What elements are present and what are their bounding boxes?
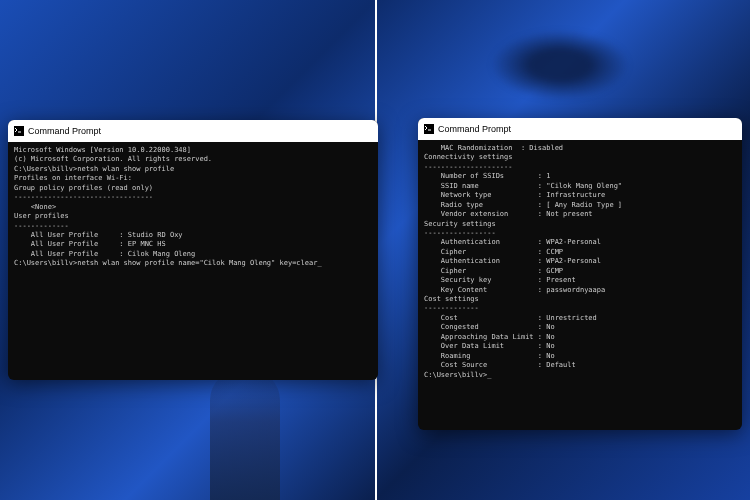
terminal-line: ----------------- <box>424 229 736 238</box>
terminal-line: Radio type : [ Any Radio Type ] <box>424 201 736 210</box>
terminal-line: All User Profile : Cilok Mang Oleng <box>14 250 372 259</box>
terminal-line: Profiles on interface Wi-Fi: <box>14 174 372 183</box>
terminal-line: Authentication : WPA2-Personal <box>424 257 736 266</box>
cmd-icon <box>424 124 434 134</box>
terminal-line: User profiles <box>14 212 372 221</box>
titlebar-right[interactable]: Command Prompt <box>418 118 742 140</box>
terminal-line: Authentication : WPA2-Personal <box>424 238 736 247</box>
terminal-line: Key Content : passwordnyaapa <box>424 286 736 295</box>
command-prompt-window-left[interactable]: Command Prompt Microsoft Windows [Versio… <box>8 120 378 380</box>
cmd-icon <box>14 126 24 136</box>
terminal-line: Number of SSIDs : 1 <box>424 172 736 181</box>
terminal-line: Security key : Present <box>424 276 736 285</box>
terminal-line: Connectivity settings <box>424 153 736 162</box>
terminal-line: C:\Users\billv>_ <box>424 371 736 380</box>
command-prompt-window-right[interactable]: Command Prompt MAC Randomization : Disab… <box>418 118 742 430</box>
terminal-line: Microsoft Windows [Version 10.0.22000.34… <box>14 146 372 155</box>
terminal-line: Cost Source : Default <box>424 361 736 370</box>
terminal-line: Vendor extension : Not present <box>424 210 736 219</box>
terminal-line: C:\Users\billv>netsh wlan show profile <box>14 165 372 174</box>
terminal-line: ------------- <box>14 222 372 231</box>
terminal-line: Over Data Limit : No <box>424 342 736 351</box>
terminal-line: --------------------- <box>424 163 736 172</box>
terminal-output-left[interactable]: Microsoft Windows [Version 10.0.22000.34… <box>8 142 378 273</box>
terminal-line: Security settings <box>424 220 736 229</box>
terminal-line: Network type : Infrastructure <box>424 191 736 200</box>
terminal-line: --------------------------------- <box>14 193 372 202</box>
terminal-line: (c) Microsoft Corporation. All rights re… <box>14 155 372 164</box>
terminal-output-right[interactable]: MAC Randomization : DisabledConnectivity… <box>418 140 742 384</box>
terminal-line: Congested : No <box>424 323 736 332</box>
window-title-left: Command Prompt <box>28 126 101 136</box>
titlebar-left[interactable]: Command Prompt <box>8 120 378 142</box>
terminal-line: <None> <box>14 203 372 212</box>
terminal-line: Group policy profiles (read only) <box>14 184 372 193</box>
window-title-right: Command Prompt <box>438 124 511 134</box>
terminal-line: MAC Randomization : Disabled <box>424 144 736 153</box>
terminal-line: Cost settings <box>424 295 736 304</box>
terminal-line: All User Profile : Studio RD Oxy <box>14 231 372 240</box>
terminal-line: Cipher : CCMP <box>424 248 736 257</box>
terminal-line: Approaching Data Limit : No <box>424 333 736 342</box>
terminal-line: Cost : Unrestricted <box>424 314 736 323</box>
terminal-line: C:\Users\billv>netsh wlan show profile n… <box>14 259 372 268</box>
terminal-line: Cipher : GCMP <box>424 267 736 276</box>
terminal-line: SSID name : "Cilok Mang Oleng" <box>424 182 736 191</box>
terminal-line: All User Profile : EP MNC HS <box>14 240 372 249</box>
terminal-line: ------------- <box>424 304 736 313</box>
terminal-line: Roaming : No <box>424 352 736 361</box>
